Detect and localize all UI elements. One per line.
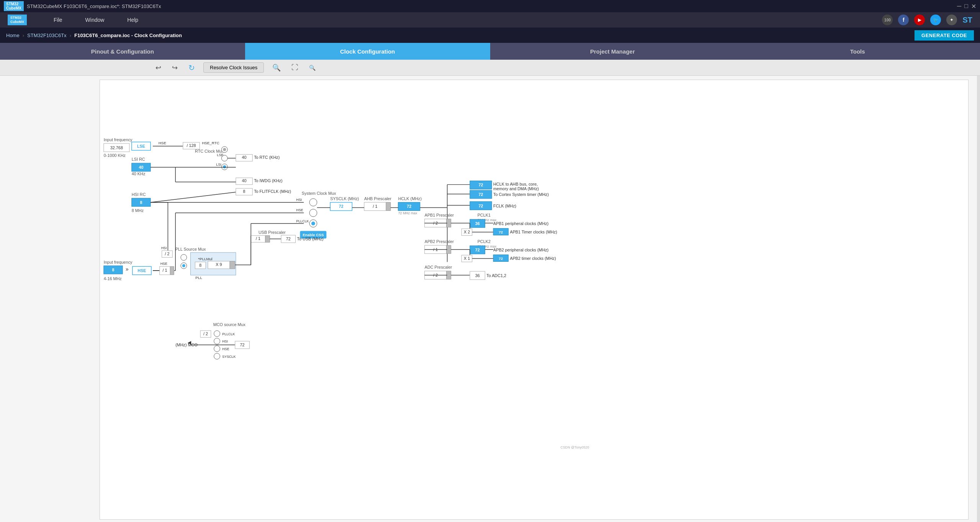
svg-marker-92 (265, 235, 270, 242)
mco-hsi-label: HSI (222, 339, 228, 343)
social-icon-tw[interactable]: 🐦 (930, 15, 941, 25)
usb-out-val: 72 (286, 237, 291, 241)
social-icon-fb[interactable]: f (898, 15, 909, 25)
svg-point-97 (214, 331, 220, 337)
input-freq-bottom-val: 8 (112, 268, 114, 272)
resolve-clock-button[interactable]: Resolve Clock Issues (203, 62, 264, 73)
lsi-rc-label: LSI RC (132, 157, 145, 161)
hclk-to-ahb-label: HCLK to AHB bus, core, (493, 182, 538, 186)
main-content: Input frequency 32.768 0-1000 KHz LSE LS… (0, 76, 980, 522)
hsi-sys-label: HSI (296, 198, 302, 202)
menu-file[interactable]: File (54, 17, 62, 23)
svg-point-14 (223, 165, 226, 168)
apb1-timer-label: APB1 Timer clocks (MHz) (510, 230, 557, 234)
menu-help[interactable]: Help (127, 17, 138, 23)
input-freq-bottom-label: Input frequency (104, 260, 133, 264)
svg-point-24 (309, 199, 317, 206)
pclk2-label: PCLK2 (478, 239, 491, 244)
mco-pllclk-label: PLLCLK (222, 332, 235, 336)
to-iwdg-label: To IWDG (KHz) (254, 178, 283, 183)
svg-point-80 (181, 254, 187, 261)
tab-clock[interactable]: Clock Configuration (245, 43, 490, 60)
hse-label: HSE (137, 268, 146, 273)
navbar: Home › STM32F103C6Tx › F103C6T6_compare.… (0, 28, 980, 43)
apb2-timer-label: APB2 timer clocks (MHz) (510, 256, 556, 261)
pclk1-val: 36 (475, 221, 480, 226)
pll-hse-div: / 1 (163, 268, 167, 272)
apb1-prescaler-label: APB1 Prescaler (425, 213, 454, 217)
adc-out-val: 36 (475, 273, 480, 278)
svg-text:◀: ◀ (188, 340, 191, 345)
pll-in-val: 8 (199, 263, 201, 268)
apb2-timer-x1: X 1 (464, 256, 470, 261)
pll-mult: X 9 (216, 262, 222, 267)
svg-point-28 (309, 209, 317, 217)
mco-div2-val: / 2 (203, 331, 208, 336)
hclk-to-ahb-label2: memory and DMA (MHz) (493, 186, 539, 191)
lse-rtc-label: LSE (217, 153, 224, 157)
apb2-prescaler-label: APB2 Prescaler (425, 239, 454, 244)
hsi-rc-val: 8 (140, 200, 142, 205)
ahb-prescaler-label: AHB Prescaler (364, 196, 391, 201)
pllmul-label: *PLLMul (198, 257, 212, 261)
svg-point-100 (214, 346, 220, 352)
undo-button[interactable]: ↩ (153, 63, 164, 73)
cortex-timer-label: To Cortex System timer (MHz) (493, 192, 549, 197)
nav-project[interactable]: F103C6T6_compare.ioc - Clock Configurati… (74, 33, 182, 38)
social-icon-x[interactable]: ✦ (946, 15, 957, 25)
minimize-button[interactable]: ─ (957, 3, 961, 10)
pll-hsi-div2: / 2 (165, 251, 169, 256)
svg-marker-86 (230, 261, 235, 269)
pclk1-label: PCLK1 (478, 213, 491, 217)
hclk-label: HCLK (MHz) (398, 196, 422, 201)
svg-point-30 (311, 222, 315, 225)
menu-window[interactable]: Window (85, 17, 105, 23)
input-freq-top-label: Input frequency (104, 137, 133, 142)
hclk-val: 72 (407, 204, 411, 209)
rtc-out-val: 40 (242, 155, 246, 160)
mco-source-mux-label: MCO source Mux (213, 322, 246, 327)
hse-rtc-label: HSE_RTC (202, 141, 219, 145)
hsi-rc-mhz: 8 MHz (132, 208, 144, 213)
hse-sys-label: HSE (296, 208, 303, 212)
hclk-max: 72 MHz max (398, 211, 417, 215)
mco-sysclk-label: SYSCLK (222, 355, 236, 359)
to-rtc-label: To RTC (KHz) (254, 155, 280, 160)
svg-line-21 (151, 192, 236, 202)
nav-device[interactable]: STM32F103C6Tx (27, 33, 67, 38)
social-icon-100[interactable]: 100 (882, 15, 893, 25)
input-freq-top-val: 32.768 (110, 145, 123, 150)
sysclk-label: SYSCLK (MHz) (330, 196, 359, 201)
tab-tools[interactable]: Tools (735, 43, 980, 60)
apb1-timer-x2: X 2 (464, 230, 470, 234)
svg-marker-33 (386, 202, 391, 211)
apb1-periph-label: APB1 peripheral clocks (MHz) (493, 221, 548, 226)
lsi-rc-val: 40 (139, 165, 143, 170)
nav-home[interactable]: Home (6, 33, 20, 38)
clock-diagram[interactable]: Input frequency 32.768 0-1000 KHz LSE LS… (100, 80, 969, 520)
div128-label: / 128 (187, 143, 196, 148)
redo-button[interactable]: ↪ (170, 63, 180, 73)
hse-rtc-wire-label: HSE (159, 141, 167, 145)
scrollbar-right[interactable] (977, 76, 980, 522)
titlebar: STM32CubeMX STM32CubeMX F103C6T6_compare… (0, 0, 980, 12)
zoom-out-button[interactable]: 🔍 (307, 64, 318, 72)
zoom-in-button[interactable]: 🔍 (270, 63, 283, 73)
generate-code-button[interactable]: GENERATE CODE (915, 30, 974, 41)
refresh-button[interactable]: ↻ (186, 62, 197, 73)
svg-marker-78 (170, 266, 174, 275)
lse-label: LSE (137, 144, 145, 148)
iwdg-val: 40 (242, 178, 246, 183)
fit-button[interactable]: ⛶ (289, 63, 301, 72)
restore-button[interactable]: □ (964, 3, 968, 10)
input-freq-top-range: 0-1000 KHz (104, 153, 126, 158)
close-button[interactable]: ✕ (971, 3, 976, 10)
usb-prescaler-label: USB Prescaler (258, 230, 286, 235)
social-icon-yt[interactable]: ▶ (914, 15, 925, 25)
tab-project[interactable]: Project Manager (490, 43, 735, 60)
tab-pinout[interactable]: Pinout & Configuration (0, 43, 245, 60)
to-adc-label: To ADC1,2 (486, 273, 506, 278)
lsi-rc-khz: 40 KHz (132, 171, 146, 176)
mco-out-val: 72 (240, 343, 245, 347)
st-logo: ST (962, 16, 972, 24)
